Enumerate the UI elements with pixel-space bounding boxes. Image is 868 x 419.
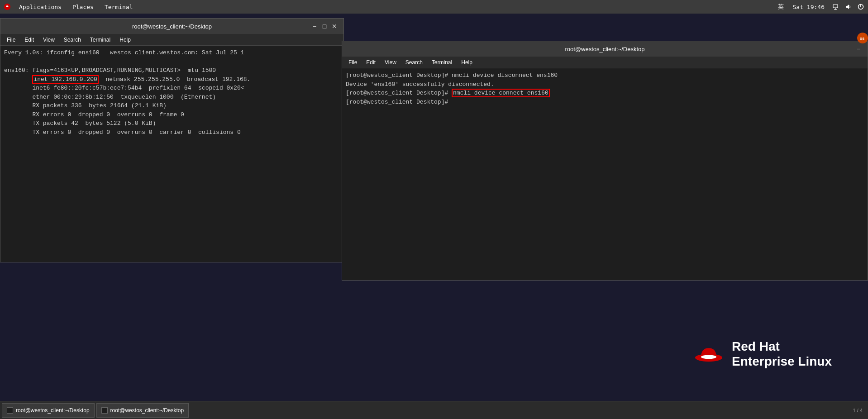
top-bar-left: Applications Places Terminal xyxy=(4,3,138,11)
svg-rect-1 xyxy=(833,5,838,8)
terminal-1-line-9: TX errors 0 dropped 0 overruns 0 carrier… xyxy=(4,128,340,137)
os-badge-icon: os xyxy=(858,34,867,42)
network-icon xyxy=(832,3,839,10)
terminal-1-menu-search[interactable]: Search xyxy=(60,36,85,44)
terminal-1-title: root@westos_client:~/Desktop xyxy=(33,23,311,30)
terminal-2-window-controls: − xyxy=(835,45,862,52)
terminal-1-line-2: ens160: flags=4163<UP,BROADCAST,RUNNING,… xyxy=(4,66,340,75)
terminal-1-menu-edit[interactable]: Edit xyxy=(21,36,38,44)
terminal-1-line-0: Every 1.0s: ifconfig ens160 westos_clien… xyxy=(4,48,340,57)
audio-icon xyxy=(844,3,852,10)
taskbar-item-1-icon xyxy=(7,407,13,414)
terminal-1-titlebar[interactable]: root@westos_client:~/Desktop − □ ✕ xyxy=(0,19,343,34)
inet-highlight: inet 192.168.0.200 xyxy=(32,75,98,84)
redhat-brand: Red Hat Enterprise Linux xyxy=(693,339,832,369)
terminal-1-line-7: RX errors 0 dropped 0 overruns 0 frame 0 xyxy=(4,110,340,119)
terminal-2-menu-search[interactable]: Search xyxy=(402,58,426,67)
terminal-1-menu-help[interactable]: Help xyxy=(116,36,134,44)
taskbar-page-indicator: 1 / 4 xyxy=(853,408,866,413)
redhat-brand-line2: Enterprise Linux xyxy=(732,354,832,369)
terminal-1-close-button[interactable]: ✕ xyxy=(331,23,338,30)
terminal-1-maximize-button[interactable]: □ xyxy=(321,23,328,30)
svg-point-9 xyxy=(701,355,716,359)
terminal-2-title: root@westos_client:~/Desktop xyxy=(375,46,835,52)
terminal-1-line-1 xyxy=(4,57,340,67)
redhat-logo-icon xyxy=(693,340,725,367)
terminal-1-menu-view[interactable]: View xyxy=(39,36,58,44)
taskbar: root@westos_client:~/Desktop root@westos… xyxy=(0,401,868,419)
terminal-2-line-3: [root@westos_client Desktop]# xyxy=(346,98,864,107)
terminal-1-line-5: ether 00:0c:29:8b:12:50 txqueuelen 1000 … xyxy=(4,93,340,102)
terminal-1-line-3: inet 192.168.0.200 netmask 255.255.255.0… xyxy=(4,75,340,84)
top-bar-right: 英 Sat 19:46 xyxy=(776,3,864,11)
redhat-menu-icon xyxy=(4,3,11,10)
terminal-2-menubar: File Edit View Search Terminal Help xyxy=(342,57,868,68)
terminal-2-titlebar[interactable]: root@westos_client:~/Desktop − xyxy=(342,41,868,57)
os-badge: os xyxy=(857,33,868,43)
terminal-2-menu-help[interactable]: Help xyxy=(458,58,476,67)
terminal-2-menu-view[interactable]: View xyxy=(381,58,400,67)
redhat-brand-line1: Red Hat xyxy=(732,339,832,354)
desktop: root@westos_client:~/Desktop − □ ✕ File … xyxy=(0,14,868,405)
terminal-2-line-0: [root@westos_client Desktop]# nmcli devi… xyxy=(346,71,864,80)
terminal-1-line-8: TX packets 42 bytes 5122 (5.0 KiB) xyxy=(4,119,340,128)
places-menu[interactable]: Places xyxy=(68,3,98,11)
svg-text:os: os xyxy=(860,36,865,41)
terminal-1-minimize-button[interactable]: − xyxy=(311,23,318,30)
language-indicator: 英 xyxy=(776,3,786,11)
terminal-1-window-controls: − □ ✕ xyxy=(311,23,338,30)
taskbar-item-2-label: root@westos_client:~/Desktop xyxy=(110,407,184,414)
terminal-window-2: root@westos_client:~/Desktop − File Edit… xyxy=(342,41,868,281)
svg-marker-4 xyxy=(846,5,849,9)
applications-menu[interactable]: Applications xyxy=(14,3,66,11)
terminal-menu[interactable]: Terminal xyxy=(100,3,138,11)
terminal-window-1: root@westos_client:~/Desktop − □ ✕ File … xyxy=(0,18,344,262)
taskbar-item-1[interactable]: root@westos_client:~/Desktop xyxy=(2,403,95,418)
taskbar-item-2-icon xyxy=(101,407,108,414)
terminal-1-menu-terminal[interactable]: Terminal xyxy=(86,36,114,44)
terminal-1-body[interactable]: Every 1.0s: ifconfig ens160 westos_clien… xyxy=(0,46,343,262)
terminal-2-menu-terminal[interactable]: Terminal xyxy=(428,58,456,67)
taskbar-item-2[interactable]: root@westos_client:~/Desktop xyxy=(96,403,189,418)
nmcli-connect-highlight: nmcli device connect ens160 xyxy=(452,89,550,97)
terminal-1-line-6: RX packets 336 bytes 21664 (21.1 KiB) xyxy=(4,101,340,110)
terminal-2-body[interactable]: [root@westos_client Desktop]# nmcli devi… xyxy=(342,68,868,280)
top-menubar: Applications Places Terminal 英 Sat 19:46 xyxy=(0,0,868,14)
taskbar-item-1-label: root@westos_client:~/Desktop xyxy=(16,407,90,414)
terminal-1-menubar: File Edit View Search Terminal Help xyxy=(0,34,343,46)
terminal-2-menu-edit[interactable]: Edit xyxy=(362,58,379,67)
redhat-text-block: Red Hat Enterprise Linux xyxy=(732,339,832,369)
terminal-2-menu-file[interactable]: File xyxy=(345,58,361,67)
terminal-1-menu-file[interactable]: File xyxy=(3,36,19,44)
terminal-2-line-2: [root@westos_client Desktop]# nmcli devi… xyxy=(346,89,864,98)
terminal-2-line-1: Device 'ens160' successfully disconnecte… xyxy=(346,80,864,89)
clock: Sat 19:46 xyxy=(791,4,826,10)
terminal-2-minimize-button[interactable]: − xyxy=(855,45,862,52)
terminal-1-line-4: inet6 fe80::20fc:c57b:ece7:54b4 prefixle… xyxy=(4,84,340,93)
power-icon[interactable] xyxy=(857,3,864,10)
